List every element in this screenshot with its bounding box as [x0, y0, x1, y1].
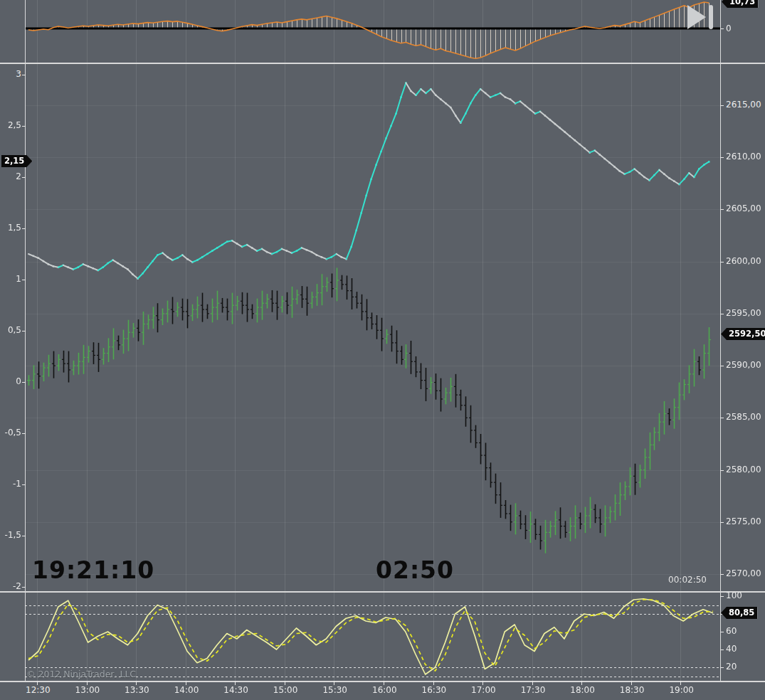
- chart-window: 12:3013:0013:3014:0014:3015:0015:3016:00…: [0, 0, 765, 700]
- x-axis-tick: [186, 681, 186, 685]
- right-axis-tick-label: 2605,00: [726, 203, 761, 213]
- x-axis-tick: [334, 681, 334, 685]
- ninjatrader-copyright: © 2012 NinjaTrader, LLC: [26, 669, 136, 679]
- right-axis-tick: [720, 522, 724, 523]
- x-axis-tick-label: 17:00: [471, 685, 496, 695]
- play-bar-icon: [709, 5, 713, 29]
- left-axis-tick: [22, 75, 26, 75]
- stoch-axis-tick-label: 40: [726, 644, 737, 654]
- right-axis-line: [720, 0, 721, 682]
- right-axis-tick-label: 2580,00: [726, 465, 761, 474]
- x-axis-tick: [433, 681, 434, 685]
- x-axis-tick-label: 15:30: [322, 685, 347, 695]
- price-panel-chart[interactable]: [25, 63, 720, 591]
- trend-value-tag: 2,15: [1, 155, 32, 167]
- left-axis-tick: [22, 331, 26, 332]
- stoch-axis-tick: [720, 667, 724, 668]
- right-axis-tick: [720, 470, 724, 471]
- x-axis-tick: [532, 681, 533, 685]
- left-axis-tick: [22, 484, 26, 485]
- left-axis-tick: [22, 536, 26, 536]
- left-axis-tick: [22, 433, 26, 434]
- left-axis-tick: [22, 177, 26, 178]
- go-to-last-bar-icon[interactable]: [687, 5, 713, 29]
- panel-separator-top[interactable]: [0, 63, 765, 64]
- left-axis-tick-label: -0,5: [0, 428, 21, 438]
- oscillator-panel-chart[interactable]: [25, 0, 720, 63]
- right-axis-tick: [720, 418, 724, 418]
- stoch-axis-tick-label: 20: [726, 662, 737, 672]
- left-axis-tick: [22, 382, 26, 383]
- left-axis-tick-label: -2: [0, 581, 21, 591]
- session-timer-secondary: 02:50: [376, 556, 454, 584]
- right-axis-tick: [720, 574, 724, 575]
- right-axis-tick-label: 2615,00: [726, 100, 761, 110]
- x-axis-tick: [482, 681, 483, 685]
- right-axis-tick: [720, 262, 724, 262]
- x-axis-tick: [680, 681, 681, 685]
- x-axis-tick: [235, 681, 236, 685]
- bar-countdown-label: 00:02:50: [668, 575, 707, 585]
- left-axis-tick-label: 0,5: [0, 325, 21, 335]
- panel-separator-bottom[interactable]: [0, 591, 765, 593]
- right-axis-tick-label: 2610,00: [726, 152, 761, 161]
- right-axis-tick-label: 2570,00: [726, 568, 761, 578]
- x-axis-tick: [581, 681, 582, 685]
- session-timer-primary: 19:21:10: [32, 556, 154, 584]
- oscillator-zero-label: 0: [726, 23, 732, 33]
- last-price-tag: 2592,50: [721, 328, 765, 340]
- x-axis-tick-label: 17:30: [521, 685, 546, 695]
- x-axis-tick-label: 16:00: [372, 685, 397, 695]
- stoch-axis-tick: [720, 632, 724, 632]
- stoch-axis-tick-label: 100: [726, 590, 742, 600]
- x-axis-tick-label: 14:00: [174, 685, 199, 695]
- x-axis-tick-label: 18:30: [620, 685, 645, 695]
- x-axis-tick: [384, 681, 384, 685]
- x-axis-tick: [37, 681, 38, 685]
- left-axis-tick: [22, 587, 26, 588]
- left-axis-tick-label: 1: [0, 274, 21, 284]
- x-axis-tick-label: 18:00: [570, 685, 595, 695]
- right-axis-tick-label: 2600,00: [726, 256, 761, 266]
- x-axis-line: [0, 681, 765, 682]
- right-axis-tick: [720, 366, 724, 366]
- x-axis-tick-label: 13:00: [75, 685, 100, 695]
- left-axis-tick-label: 1,5: [0, 223, 21, 233]
- right-axis-tick: [720, 105, 724, 106]
- left-axis-tick-label: -1,5: [0, 530, 21, 540]
- x-axis-tick-label: 16:30: [422, 685, 447, 695]
- right-axis-tick-label: 2575,00: [726, 516, 761, 526]
- stoch-axis-tick: [720, 596, 724, 597]
- left-axis-tick-label: 0: [0, 376, 21, 386]
- stoch-axis-tick-label: 60: [726, 626, 737, 636]
- left-axis-tick: [22, 126, 26, 127]
- oscillator-zero-tick: [720, 28, 724, 29]
- right-axis-tick: [720, 209, 724, 210]
- right-axis-tick-label: 2585,00: [726, 412, 761, 422]
- left-axis-tick-label: 2,5: [0, 120, 21, 130]
- x-axis-tick: [87, 681, 88, 685]
- left-axis-tick-label: 2: [0, 171, 21, 181]
- x-axis-tick-label: 13:30: [125, 685, 149, 695]
- right-axis-tick-label: 2595,00: [726, 308, 761, 318]
- left-axis-tick: [22, 228, 26, 229]
- x-axis-tick: [631, 681, 632, 685]
- x-axis-tick: [285, 681, 285, 685]
- oscillator-value-tag: 10,73: [722, 0, 758, 8]
- x-axis-tick: [136, 681, 137, 685]
- left-axis-tick-label: 3: [0, 69, 21, 79]
- x-axis-tick-label: 19:00: [669, 685, 694, 695]
- right-axis-tick-label: 2590,00: [726, 360, 761, 370]
- left-axis-tick-label: -1: [0, 479, 21, 489]
- x-axis-tick-label: 14:30: [223, 685, 248, 695]
- right-axis-tick: [720, 314, 724, 314]
- right-axis-tick: [720, 157, 724, 158]
- x-axis-tick-label: 12:30: [26, 685, 51, 695]
- left-axis-line: [25, 0, 26, 682]
- stochastic-value-tag: 80,85: [721, 607, 757, 619]
- stoch-axis-tick: [720, 649, 724, 650]
- play-triangle-icon: [687, 5, 706, 29]
- stochastic-panel-chart[interactable]: [25, 592, 720, 681]
- x-axis-tick-label: 15:00: [273, 685, 298, 695]
- left-axis-tick: [22, 280, 26, 280]
